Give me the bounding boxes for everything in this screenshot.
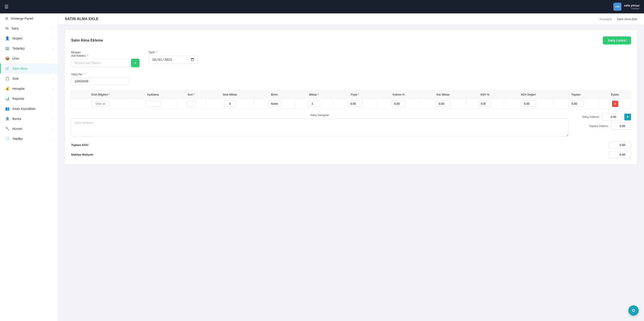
sales-detail-section-label: Satış Detayları bbox=[71, 113, 568, 117]
musteri-icon: 👤 bbox=[5, 36, 10, 40]
toplam-kdv-row: Toplam KDV: bbox=[71, 142, 631, 149]
sidebar-label-hizmet: Hizmet bbox=[12, 127, 22, 131]
satis-indirimi-label: Satış İndirimi: bbox=[582, 115, 600, 119]
breadcrumb-home: Anasayfa bbox=[599, 17, 611, 21]
ind-miktar-input[interactable] bbox=[436, 100, 450, 107]
musteri-input-group: + bbox=[71, 59, 140, 67]
navbar: ☰ VOİS sefa yılmaz Yönetici bbox=[0, 0, 644, 13]
sidebar-item-hizmet[interactable]: 🔧Hizmet› bbox=[0, 124, 58, 134]
tarih-label: Tarih * bbox=[148, 51, 198, 54]
sidebar-item-teklifler[interactable]: 📄Teklifler› bbox=[0, 134, 58, 144]
chevron-right-icon: › bbox=[52, 47, 54, 50]
satis-indirimi-add-button[interactable]: + bbox=[624, 114, 631, 120]
sidebar-item-musteri[interactable]: 👤Müşteri› bbox=[0, 33, 58, 43]
main-content: SATIN ALMA EKLE Anasayfa > Satın Alma Ek… bbox=[58, 13, 644, 321]
sidebar-item-raporlar[interactable]: 📊Raporlar› bbox=[0, 94, 58, 104]
gosterge-paneli-icon: ⊞ bbox=[5, 16, 8, 20]
col-kdv-deeri: KDV Değeri bbox=[504, 91, 553, 99]
aciklama-input[interactable] bbox=[145, 100, 161, 107]
sidebar-label-teklifler: Teklifler bbox=[12, 137, 23, 141]
summary-section: Satış İndirimi: + Toplam İndirim: bbox=[573, 113, 631, 130]
col-rn-bilgileri: Ürün Bilgileri * bbox=[71, 91, 130, 99]
satin-alma-icon: 🛒 bbox=[5, 66, 10, 71]
chevron-right-icon: › bbox=[52, 138, 54, 140]
satis-listesi-button[interactable]: Satış Listesi bbox=[603, 36, 631, 44]
sidebar-item-insan-kaynaklari[interactable]: 👥İnsan Kaynakları› bbox=[0, 104, 58, 114]
chevron-right-icon: › bbox=[52, 67, 54, 70]
satis-no-input[interactable] bbox=[71, 77, 129, 85]
delete-row-button[interactable]: × bbox=[612, 101, 618, 107]
sales-detail-section: Satış Detayları bbox=[71, 113, 568, 137]
stok-miktar-input[interactable] bbox=[224, 100, 236, 107]
bottom-section: Satış Detayları Satış İndirimi: + Toplam… bbox=[71, 113, 631, 137]
tarih-req: * bbox=[156, 51, 158, 54]
chevron-right-icon: › bbox=[52, 77, 54, 80]
main-card: Satın Alma Ekleme Satış Listesi MüşteriA… bbox=[65, 30, 637, 164]
hesaplar-icon: 💰 bbox=[5, 86, 10, 91]
kdv-degeri-input[interactable] bbox=[520, 100, 536, 107]
col-stok-miktar: Stok Miktar bbox=[206, 91, 254, 99]
sidebar-item-tedarikci[interactable]: 🏢Tedarikçi› bbox=[0, 43, 58, 53]
insan-kaynaklari-icon: 👥 bbox=[5, 107, 10, 111]
col-birim: Birim bbox=[254, 91, 295, 99]
col-toplam: Toplam bbox=[553, 91, 599, 99]
kdv-input[interactable] bbox=[479, 100, 491, 107]
table-head: Ürün Bilgileri *AçıklamaSeri *Stok Mikta… bbox=[71, 91, 631, 99]
chevron-right-icon: › bbox=[52, 37, 54, 40]
satis-indirimi-input[interactable] bbox=[602, 113, 622, 120]
fiyat-input[interactable] bbox=[348, 100, 362, 107]
card-title: Satın Alma Ekleme bbox=[71, 38, 103, 42]
form-row-1: MüşteriAdı/Telefon * + Tarih * bbox=[71, 51, 631, 67]
sidebar-item-urun[interactable]: 📦Ürün› bbox=[0, 53, 58, 63]
nakliye-input[interactable] bbox=[609, 151, 631, 158]
satis-no-req: * bbox=[84, 73, 85, 76]
sidebar-item-satin-alma[interactable]: 🛒Satın Alma› bbox=[0, 63, 58, 73]
toplam-indirim-input[interactable] bbox=[611, 123, 631, 130]
sidebar-item-stok[interactable]: 📋Stok› bbox=[0, 73, 58, 83]
seri-input[interactable] bbox=[187, 100, 196, 107]
sidebar-item-gosterge-paneli[interactable]: ⊞Gösterge Paneli bbox=[0, 13, 58, 23]
chevron-right-icon: › bbox=[52, 87, 54, 90]
musteri-add-button[interactable]: + bbox=[131, 59, 140, 67]
fab-button[interactable]: ⚙ bbox=[628, 305, 639, 316]
nakliye-row: Nakliye Maliyeti: bbox=[71, 151, 631, 158]
tedarikci-icon: 🏢 bbox=[5, 46, 10, 50]
sales-detail-textarea[interactable] bbox=[71, 119, 568, 136]
chevron-right-icon: › bbox=[52, 107, 54, 110]
card-header: Satın Alma Ekleme Satış Listesi bbox=[71, 36, 631, 44]
user-name: sefa yılmaz bbox=[624, 4, 640, 7]
birim-input[interactable] bbox=[268, 100, 281, 107]
table-row: × bbox=[71, 99, 631, 109]
col-seri: Seri * bbox=[176, 91, 206, 99]
hizmet-icon: 🔧 bbox=[5, 127, 10, 131]
breadcrumb-current: Satın Alma Ekle bbox=[617, 17, 637, 21]
nakliye-label: Nakliye Maliyeti: bbox=[71, 153, 94, 156]
col-fiyat: Fiyat * bbox=[333, 91, 377, 99]
hamburger-icon[interactable]: ☰ bbox=[4, 4, 8, 9]
indirim-input[interactable] bbox=[391, 100, 406, 107]
toplam-kdv-input[interactable] bbox=[609, 142, 631, 149]
tarih-input[interactable] bbox=[148, 55, 198, 64]
table-body: × bbox=[71, 99, 631, 109]
sidebar-item-hesaplar[interactable]: 💰Hesaplar› bbox=[0, 83, 58, 94]
sidebar-item-satis[interactable]: 🛍Satış› bbox=[0, 23, 58, 33]
musteri-input[interactable] bbox=[71, 59, 129, 67]
col-kdv-: KDV % bbox=[466, 91, 504, 99]
sidebar-label-hesaplar: Hesaplar bbox=[12, 87, 25, 90]
page-title: SATIN ALMA EKLE bbox=[65, 17, 98, 21]
teklifler-icon: 📄 bbox=[5, 137, 10, 141]
toplam-kdv-label: Toplam KDV: bbox=[71, 143, 89, 147]
sidebar: ⊞Gösterge Paneli🛍Satış›👤Müşteri›🏢Tedarik… bbox=[0, 13, 58, 321]
raporlar-icon: 📊 bbox=[5, 96, 10, 101]
sidebar-item-banka[interactable]: 🏦Banka› bbox=[0, 114, 58, 124]
toplam-indirim-label: Toplam İndirim: bbox=[589, 124, 609, 128]
musteri-label: MüşteriAdı/Telefon * bbox=[71, 51, 140, 57]
urun-input[interactable] bbox=[92, 100, 109, 107]
toplam-input[interactable] bbox=[568, 100, 584, 107]
sidebar-label-urun: Ürün bbox=[12, 57, 19, 60]
chevron-right-icon: › bbox=[52, 97, 54, 100]
sidebar-label-musteri: Müşteri bbox=[12, 37, 22, 40]
satis-indirimi-row: Satış İndirimi: + bbox=[573, 113, 631, 120]
musteri-group: MüşteriAdı/Telefon * + bbox=[71, 51, 140, 67]
miktar-input[interactable] bbox=[308, 100, 320, 107]
